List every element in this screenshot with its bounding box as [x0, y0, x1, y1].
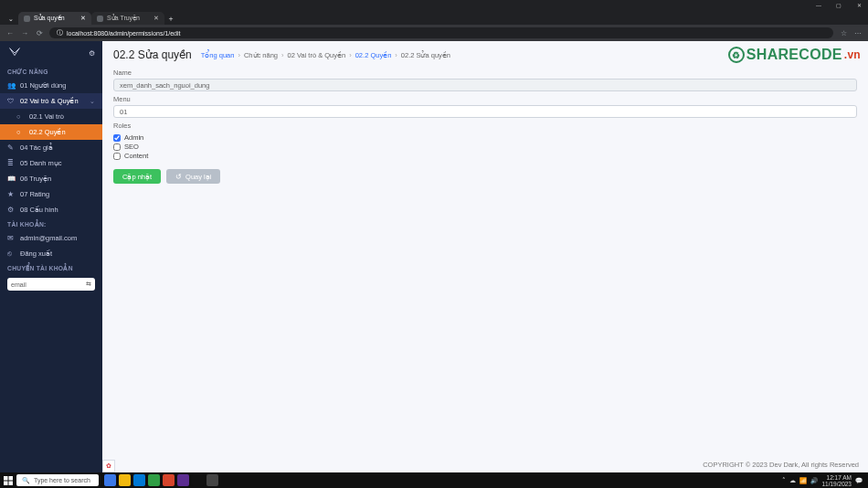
tray-clock[interactable]: 12:17 AM 11/19/2023	[821, 474, 852, 487]
sidebar-item-label: 05 Danh mục	[20, 159, 61, 167]
taskbar-explorer-icon[interactable]	[119, 474, 131, 486]
taskbar-terminal-icon[interactable]	[192, 474, 204, 486]
dot-icon: ○	[16, 128, 24, 136]
role-checkbox[interactable]	[113, 153, 121, 160]
submit-button-label: Cập nhật	[122, 173, 152, 181]
sidebar-settings-icon[interactable]: ⚙	[89, 49, 95, 58]
sidebar-item-stories[interactable]: 📖 06 Truyện	[0, 171, 102, 186]
chevron-right-icon: ›	[349, 51, 352, 59]
taskbar-chrome-icon[interactable]	[148, 474, 160, 486]
corner-widget[interactable]: ✿	[102, 460, 115, 472]
mail-icon: ✉	[7, 234, 15, 242]
sidebar-item-label: 02.2 Quyền	[29, 128, 66, 136]
main-content: 02.2 Sửa quyền Tổng quan › Chức năng › 0…	[102, 41, 868, 472]
role-checkbox[interactable]	[113, 143, 121, 151]
sidebar-item-categories[interactable]: ≣ 05 Danh mục	[0, 155, 102, 171]
breadcrumb-text: 02 Vai trò & Quyền	[288, 51, 346, 59]
name-input[interactable]: xem_danh_sach_nguoi_dung	[113, 79, 857, 91]
taskbar-app-icon[interactable]	[177, 474, 189, 486]
taskbar-app-icon[interactable]	[104, 474, 116, 486]
menu-input[interactable]: 01	[113, 105, 857, 118]
tab-close-icon[interactable]: ✕	[80, 15, 86, 22]
start-button[interactable]	[2, 474, 15, 487]
dot-icon: ○	[16, 112, 24, 121]
tray-time: 12:17 AM	[821, 474, 852, 481]
name-input-value: xem_danh_sach_nguoi_dung	[120, 81, 209, 90]
role-checkbox-row[interactable]: Admin	[113, 133, 857, 142]
breadcrumb-text: Chức năng	[244, 51, 278, 59]
sidebar-item-logout[interactable]: ⎋ Đăng xuất	[0, 246, 102, 261]
browser-tab[interactable]: Sửa Truyện ✕	[91, 12, 164, 25]
sidebar-item-users[interactable]: 👥 01 Người dùng	[0, 78, 102, 93]
pen-icon: ✎	[7, 143, 15, 152]
role-label: Content	[124, 152, 148, 160]
switch-account-input[interactable]: email ⇆	[7, 278, 95, 291]
window-min-button[interactable]: —	[813, 3, 824, 8]
undo-icon: ↺	[175, 173, 182, 181]
svg-rect-1	[9, 476, 14, 481]
sidebar-item-label: 08 Cấu hình	[20, 206, 58, 214]
role-label: Admin	[124, 133, 143, 142]
nav-forward-icon[interactable]: →	[20, 29, 29, 37]
logout-icon: ⎋	[7, 249, 15, 258]
taskbar-app-icon[interactable]	[163, 474, 175, 486]
sidebar-item-label: 02.1 Vai trò	[29, 112, 64, 121]
window-close-button[interactable]: ✕	[853, 2, 864, 8]
tab-menu-button[interactable]: ⌄	[5, 14, 16, 25]
sidebar-subitem-roles-list[interactable]: ○ 02.1 Vai trò	[0, 109, 102, 124]
tray-date: 11/19/2023	[821, 481, 852, 487]
role-label: SEO	[124, 143, 139, 151]
svg-rect-3	[9, 481, 14, 485]
breadcrumb-current: 02.2 Sửa quyền	[401, 51, 450, 59]
sidebar-item-authors[interactable]: ✎ 04 Tác giả	[0, 140, 102, 155]
tab-favicon-icon	[24, 16, 30, 22]
taskbar-search[interactable]: 🔍 Type here to search	[16, 474, 99, 486]
sidebar-section-label: CHUYỂN TÀI KHOẢN	[0, 261, 102, 274]
role-checkbox-row[interactable]: SEO	[113, 143, 857, 151]
taskbar-app-icon[interactable]	[206, 474, 218, 486]
taskbar-vscode-icon[interactable]	[133, 474, 145, 486]
window-max-button[interactable]: ▢	[833, 2, 844, 8]
browser-tab[interactable]: Sửa quyền ✕	[18, 12, 91, 25]
new-tab-button[interactable]: ＋	[164, 12, 177, 25]
field-label-name: Name	[113, 69, 857, 77]
sidebar-item-label: admin@gmail.com	[20, 234, 77, 242]
back-button[interactable]: ↺ Quay lại	[166, 169, 220, 184]
tray-cloud-icon[interactable]: ☁	[789, 477, 796, 484]
role-checkbox[interactable]	[113, 134, 121, 142]
sidebar-subitem-permissions[interactable]: ○ 02.2 Quyền	[0, 124, 102, 140]
switch-account-placeholder: email	[11, 281, 26, 288]
submit-button[interactable]: Cập nhật	[113, 169, 161, 184]
app-logo-icon[interactable]	[7, 46, 22, 60]
breadcrumb-link[interactable]: Tổng quan	[201, 51, 235, 59]
users-icon: 👥	[7, 81, 15, 90]
sidebar-item-rating[interactable]: ★ 07 Rating	[0, 186, 102, 202]
bookmark-icon[interactable]: ☆	[839, 29, 848, 37]
tab-close-icon[interactable]: ✕	[153, 15, 159, 22]
nav-back-icon[interactable]: ←	[5, 29, 15, 37]
tab-title: Sửa quyền	[34, 15, 65, 22]
sidebar-item-label: 02 Vai trò & Quyền	[20, 97, 79, 105]
tray-volume-icon[interactable]: 🔊	[810, 477, 818, 484]
site-info-icon[interactable]: ⓘ	[57, 28, 63, 37]
sidebar-item-label: 04 Tác giả	[20, 143, 53, 152]
tray-wifi-icon[interactable]: 📶	[799, 477, 807, 484]
shield-icon: 🛡	[7, 97, 15, 105]
tray-chevron-icon[interactable]: ˄	[782, 477, 786, 484]
sidebar-item-account-email[interactable]: ✉ admin@gmail.com	[0, 230, 102, 246]
nav-reload-icon[interactable]: ⟳	[35, 29, 44, 37]
url-text: localhost:8080/admin/permissions/1/edit	[67, 30, 181, 37]
address-bar[interactable]: ⓘ localhost:8080/admin/permissions/1/edi…	[49, 27, 833, 38]
menu-input-value: 01	[120, 108, 127, 116]
swap-icon[interactable]: ⇆	[86, 281, 91, 288]
breadcrumb-link[interactable]: 02.2 Quyền	[355, 51, 392, 59]
sidebar-item-roles[interactable]: 🛡 02 Vai trò & Quyền ⌄	[0, 93, 102, 109]
browser-menu-icon[interactable]: ⋯	[853, 29, 863, 37]
sidebar-item-label: 07 Rating	[20, 190, 49, 198]
role-checkbox-row[interactable]: Content	[113, 152, 857, 160]
sidebar-item-label: 06 Truyện	[20, 175, 51, 183]
page-title: 02.2 Sửa quyền	[113, 48, 192, 61]
sidebar-section-label: TÀI KHOẢN:	[0, 217, 102, 230]
sidebar-item-config[interactable]: ⚙ 08 Cấu hình	[0, 202, 102, 217]
tray-notifications-icon[interactable]: 💬	[855, 477, 863, 484]
